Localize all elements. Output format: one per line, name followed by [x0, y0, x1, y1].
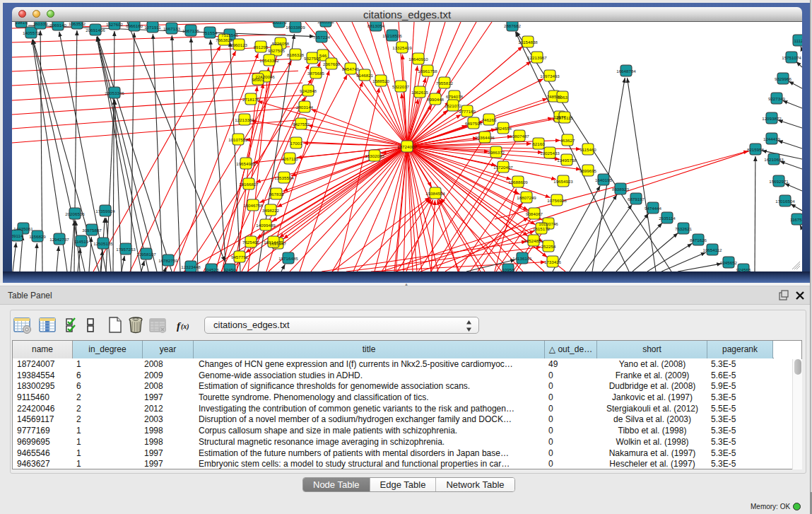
svg-text:(x): (x): [181, 322, 189, 331]
